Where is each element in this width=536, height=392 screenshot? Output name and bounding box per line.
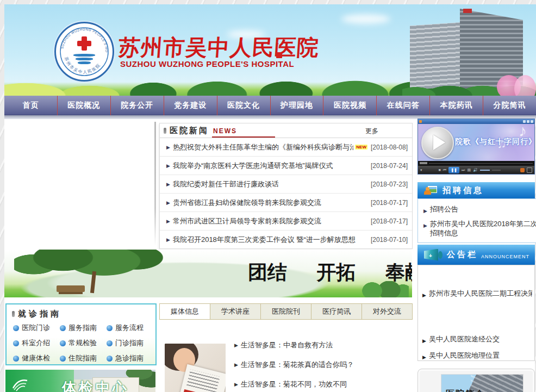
tab-journal[interactable]: 医院院刊 bbox=[261, 303, 311, 320]
pause-button[interactable]: ❚❚ bbox=[448, 167, 459, 173]
guide-header: 就诊指南 bbox=[12, 309, 61, 319]
play-button[interactable] bbox=[421, 127, 454, 159]
guide-link-routine-tests[interactable]: 常规检验 bbox=[60, 338, 107, 348]
article-link[interactable]: 生活智多星：中暑自救有方法 bbox=[241, 340, 333, 350]
hospital-news-panel: 医院新闻 NEWS 更多 ▶ 热烈祝贺大外科主任陈革华主编的《新编外科疾病诊断与… bbox=[159, 123, 413, 249]
playlist-button[interactable]: ▤ bbox=[467, 168, 471, 172]
hospital-logo[interactable]: SUZHOU WUZHONG PEOPLE'S HOSPITAL 苏州市吴中人民… bbox=[54, 22, 114, 82]
player-screen: ♪ ♫ 院歌《与红十字同行》 bbox=[418, 124, 534, 161]
guide-link-service-flow[interactable]: 服务流程 bbox=[107, 323, 153, 333]
news-link[interactable]: 常州市武进区卫计局领导专家前来我院参观交流 bbox=[173, 216, 321, 226]
player-caption: 院歌《与红十字同行》 bbox=[455, 137, 534, 147]
announcement-link[interactable]: 吴中人民医院途经公交 bbox=[429, 335, 500, 345]
seek-track bbox=[429, 163, 533, 164]
guide-link-service-guide[interactable]: 服务指南 bbox=[60, 323, 107, 333]
article-row: ▶ 生活智多星：中暑自救有方法 bbox=[234, 340, 333, 350]
previous-button[interactable]: ⏮ bbox=[443, 168, 446, 172]
arrow-icon: ▶ bbox=[422, 291, 426, 300]
guide-link-departments[interactable]: 科室介绍 bbox=[13, 338, 60, 348]
arrow-icon: ▶ bbox=[234, 343, 238, 348]
media-info-panel: 媒体信息 学术讲座 医院院刊 医疗简讯 对外交流 ▶ 生活智多星：中暑自救有方法… bbox=[159, 303, 413, 392]
nav-item-pharmacy[interactable]: 本院药讯 bbox=[430, 96, 483, 115]
news-link[interactable]: 贵州省德江县妇幼保健院领导前来我院参观交流 bbox=[173, 198, 321, 208]
arrow-icon: ▶ bbox=[166, 219, 170, 224]
guide-link-health-checkup[interactable]: 健康体检 bbox=[13, 353, 60, 363]
arrow-icon: ▶ bbox=[422, 353, 426, 362]
guide-link-inpatient-guide[interactable]: 住院指南 bbox=[60, 353, 107, 363]
guide-link-outpatient-guide[interactable]: 门诊指南 bbox=[107, 338, 153, 348]
checkup-center-banner[interactable]: 体检中心 bbox=[5, 370, 155, 392]
minimize-button[interactable] bbox=[523, 120, 526, 123]
article-link[interactable]: 生活智多星：菊花茶真的适合你吗？ bbox=[241, 360, 354, 370]
nav-item-video[interactable]: 医院视频 bbox=[323, 96, 377, 115]
news-link[interactable]: 热烈祝贺大外科主任陈革华主编的《新编外科疾病诊断与治 bbox=[173, 142, 353, 152]
building-sign bbox=[463, 9, 472, 13]
nav-item-party[interactable]: 党务建设 bbox=[164, 96, 217, 115]
nav-item-nursing[interactable]: 护理园地 bbox=[271, 96, 324, 115]
news-date: [2018-07-17] bbox=[367, 217, 408, 225]
divider-shadow bbox=[154, 122, 156, 246]
main-navigation: 首页 医院概况 院务公开 党务建设 医院文化 护理园地 医院视频 在线问答 本院… bbox=[4, 96, 536, 115]
nav-item-qa[interactable]: 在线问答 bbox=[377, 96, 430, 115]
volume-icon: 🔊 bbox=[473, 168, 478, 172]
news-row: ▶ 我院纪委对新任干部进行廉政谈话 [2018-07-23] bbox=[160, 175, 412, 194]
news-row: ▶ 热烈祝贺大外科主任陈革华主编的《新编外科疾病诊断与治 NEW [2018-0… bbox=[160, 138, 412, 157]
recruitment-icon bbox=[424, 185, 437, 195]
maximize-button[interactable] bbox=[527, 120, 529, 123]
news-more-link[interactable]: 更多 bbox=[365, 127, 378, 136]
nav-item-culture[interactable]: 医院文化 bbox=[217, 96, 271, 115]
tab-exchange[interactable]: 对外交流 bbox=[362, 303, 413, 320]
blue-dot-icon bbox=[107, 356, 113, 362]
megaphone-tail bbox=[438, 251, 442, 259]
nav-item-branch[interactable]: 分院简讯 bbox=[483, 96, 536, 115]
arrow-icon: ▶ bbox=[166, 163, 170, 169]
article-link[interactable]: 生活智多星：菊花不同，功效不同 bbox=[241, 379, 347, 389]
intro-photo: 医院简介 bbox=[441, 374, 523, 392]
recruitment-link[interactable]: 招聘公告 bbox=[430, 204, 458, 216]
announcement-panel: ▶ 苏州市吴中人民医院二期工程决策事 ▶ 吴中人民医院途经公交 ▶ 吴中人民医院… bbox=[417, 265, 535, 361]
player-seekbar[interactable] bbox=[418, 161, 534, 166]
tab-media-info[interactable]: 媒体信息 bbox=[159, 303, 210, 320]
announcement-title: 公告栏 bbox=[447, 250, 478, 260]
guide-link-emergency-guide[interactable]: 急诊指南 bbox=[107, 353, 153, 363]
hospital-homepage: SUZHOU WUZHONG PEOPLE'S HOSPITAL 苏州市吴中人民… bbox=[0, 0, 536, 392]
news-date: [2018-07-24] bbox=[367, 162, 408, 170]
news-link[interactable]: 我院纪委对新任干部进行廉政谈话 bbox=[173, 179, 279, 189]
nav-item-overview[interactable]: 医院概况 bbox=[58, 96, 111, 115]
hospital-building-image bbox=[402, 4, 536, 96]
record-button[interactable] bbox=[520, 168, 525, 172]
guide-link-outpatient[interactable]: 医院门诊 bbox=[13, 323, 60, 333]
tab-lectures[interactable]: 学术讲座 bbox=[210, 303, 261, 320]
news-header: 医院新闻 NEWS 更多 bbox=[160, 123, 412, 138]
announcement-item: ▶ 吴中人民医院地理位置 bbox=[422, 351, 532, 362]
announcement-link[interactable]: 吴中人民医院地理位置 bbox=[429, 351, 500, 362]
balance-slider[interactable] bbox=[492, 170, 501, 171]
hospital-intro-panel[interactable]: 医院简介 bbox=[417, 369, 535, 392]
hospital-name-english: SUZHOU WUZHONG PEOPLE'S HOSPITAL bbox=[120, 59, 294, 69]
nav-item-affairs[interactable]: 院务公开 bbox=[111, 96, 164, 115]
fullscreen-button[interactable] bbox=[527, 167, 532, 173]
arrow-icon: ▶ bbox=[166, 237, 170, 242]
tab-bar: 媒体信息 学术讲座 医院院刊 医疗简讯 对外交流 bbox=[159, 303, 413, 320]
nav-item-home[interactable]: 首页 bbox=[4, 96, 58, 115]
player-logo-icon bbox=[419, 120, 422, 123]
recruitment-link[interactable]: 苏州市吴中人民医院2018年第二次招聘信息 bbox=[430, 219, 536, 238]
arrow-icon: ▶ bbox=[234, 362, 238, 368]
news-link[interactable]: 我院举办“南京医科大学医患沟通研究基地”揭牌仪式 bbox=[173, 161, 333, 171]
plus-icon: + bbox=[429, 253, 432, 259]
arrow-icon: ▶ bbox=[166, 145, 170, 150]
close-button[interactable] bbox=[531, 120, 533, 123]
arrow-icon: ▶ bbox=[423, 207, 427, 216]
news-date: [2018-07-10] bbox=[367, 236, 408, 244]
volume-slider[interactable] bbox=[480, 170, 490, 171]
news-link[interactable]: 我院召开2018年度第三次党委工作会议 暨“进一步解放思想 bbox=[173, 235, 356, 245]
tab-briefs[interactable]: 医疗简讯 bbox=[311, 303, 362, 320]
options-button[interactable]: ▾ bbox=[420, 168, 422, 172]
flash-slideshow-placeholder bbox=[4, 121, 154, 247]
arrow-icon: ▶ bbox=[234, 382, 238, 387]
next-button[interactable]: ⏭ bbox=[462, 168, 465, 172]
announcement-link[interactable]: 苏州市吴中人民医院二期工程决策事 bbox=[429, 289, 532, 300]
slogan-banner: 团结 开拓 奉献 bbox=[4, 250, 412, 297]
stop-button[interactable]: ■ bbox=[439, 168, 441, 172]
slogan-text: 团结 开拓 奉献 bbox=[248, 259, 412, 286]
